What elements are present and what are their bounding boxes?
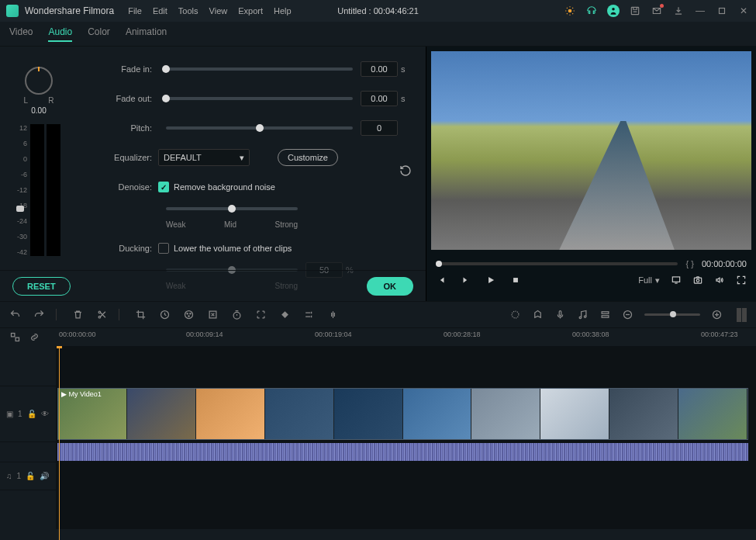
ducking-check-label: Lower the volume of other clips: [174, 244, 292, 253]
ok-button[interactable]: OK: [367, 277, 414, 296]
volume-icon[interactable]: [714, 275, 725, 286]
reset-button[interactable]: RESET: [12, 277, 71, 296]
greenscreen-icon[interactable]: [207, 309, 219, 320]
duration-icon[interactable]: [231, 309, 243, 320]
pitch-value[interactable]: 0: [361, 120, 398, 136]
detect-icon[interactable]: [255, 309, 267, 320]
panel-buttons: RESET OK: [0, 270, 426, 301]
stop-icon[interactable]: [510, 275, 521, 286]
play-icon[interactable]: [485, 275, 496, 286]
ducking-checkbox[interactable]: [158, 243, 169, 254]
support-icon[interactable]: [585, 5, 598, 17]
undo-icon[interactable]: [9, 309, 21, 320]
tab-animation[interactable]: Animation: [126, 26, 167, 42]
adjust-icon[interactable]: [303, 309, 315, 320]
db-numbers: 1260-6-12-18-24-30-42: [17, 124, 27, 256]
fadein-value[interactable]: 0.00: [361, 61, 398, 77]
video-clip[interactable]: ▶ My Video1: [57, 388, 748, 440]
maximize-icon[interactable]: [716, 5, 728, 17]
track-manager-icon[interactable]: [599, 309, 611, 320]
fullscreen-icon[interactable]: [736, 275, 747, 286]
render-icon[interactable]: [509, 309, 521, 320]
step-forward-icon[interactable]: [461, 275, 471, 286]
crop-icon[interactable]: [135, 309, 147, 320]
seek-bar[interactable]: [436, 262, 678, 265]
music-track-icon: ♫: [6, 472, 12, 480]
customize-button[interactable]: Customize: [278, 149, 338, 166]
spare-track[interactable]: [56, 490, 756, 529]
audio-sync-icon[interactable]: [327, 309, 339, 320]
save-icon[interactable]: [629, 5, 641, 17]
speed-icon[interactable]: [159, 309, 171, 320]
messages-icon[interactable]: [651, 5, 663, 17]
redo-icon[interactable]: [33, 309, 57, 320]
pitch-slider[interactable]: [166, 126, 353, 130]
music-track-num: 1: [17, 472, 22, 480]
delete-icon[interactable]: [72, 309, 84, 320]
db-scale: 1260-6-12-18-24-30-42: [17, 124, 60, 256]
quality-select[interactable]: Full▾: [638, 275, 660, 286]
snapshot-icon[interactable]: [692, 275, 703, 286]
select-mode-icon[interactable]: [9, 331, 21, 343]
account-icon[interactable]: [607, 5, 620, 17]
tab-audio[interactable]: Audio: [48, 26, 72, 42]
voiceover-icon[interactable]: [554, 309, 566, 320]
svg-point-9: [98, 316, 101, 318]
menu-edit[interactable]: Edit: [153, 6, 167, 16]
minimize-icon[interactable]: —: [694, 5, 706, 17]
download-icon[interactable]: [672, 5, 685, 17]
svg-rect-4: [513, 278, 518, 282]
zoom-in-icon[interactable]: [711, 309, 723, 320]
music-track[interactable]: [56, 462, 756, 490]
zoom-fit-icon[interactable]: [737, 308, 747, 322]
color-icon[interactable]: [183, 309, 195, 320]
menu-tools[interactable]: Tools: [178, 6, 198, 16]
volume-fader[interactable]: [16, 206, 24, 212]
lock-icon[interactable]: 🔓: [27, 410, 36, 418]
fadein-slider[interactable]: [166, 68, 353, 71]
menu-file[interactable]: File: [128, 6, 142, 16]
close-icon[interactable]: ✕: [737, 5, 750, 17]
marker-icon[interactable]: [532, 309, 544, 320]
ruler-marks[interactable]: 00:00:00:00 00:00:09:14 00:00:19:04 00:0…: [56, 328, 756, 346]
app-name: Wondershare Filmora: [25, 5, 114, 16]
menu-view[interactable]: View: [209, 6, 228, 16]
split-icon[interactable]: [96, 309, 119, 320]
fadeout-value[interactable]: 0.00: [361, 91, 398, 106]
lock-icon[interactable]: 🔓: [26, 472, 35, 480]
link-icon[interactable]: [29, 331, 40, 343]
mute-icon[interactable]: 🔊: [40, 472, 49, 480]
zoom-out-icon[interactable]: [622, 309, 633, 320]
audio-clip[interactable]: [57, 443, 748, 461]
menu-help[interactable]: Help: [274, 6, 292, 16]
svg-point-19: [579, 317, 582, 319]
tips-icon[interactable]: [564, 5, 576, 17]
svg-point-0: [568, 9, 572, 13]
tab-video[interactable]: Video: [9, 26, 33, 42]
svg-rect-5: [672, 277, 679, 282]
eye-icon[interactable]: 👁: [41, 410, 49, 418]
fadeout-slider[interactable]: [166, 97, 353, 100]
pan-knob[interactable]: [25, 67, 53, 95]
equalizer-select[interactable]: DEFAULT▾: [158, 149, 250, 166]
denoise-slider[interactable]: [166, 207, 298, 210]
mixer-icon[interactable]: [577, 309, 589, 320]
attached-audio-track[interactable]: [56, 442, 756, 462]
menu-export[interactable]: Export: [238, 6, 263, 16]
display-icon[interactable]: [671, 275, 682, 286]
audio-panel: LR 0.00 1260-6-12-18-24-30-42 Fade in: 0…: [0, 47, 426, 301]
fadein-label: Fade in:: [91, 64, 152, 74]
svg-rect-2: [631, 7, 638, 14]
denoise-checkbox[interactable]: ✓: [158, 182, 169, 192]
step-back-icon[interactable]: [436, 275, 447, 286]
playhead[interactable]: [59, 346, 60, 540]
reset-section-icon[interactable]: [399, 164, 412, 179]
empty-track[interactable]: [56, 346, 756, 386]
tab-color[interactable]: Color: [88, 26, 110, 42]
video-track[interactable]: ▶ My Video1: [56, 386, 756, 441]
keyframe-icon[interactable]: [279, 309, 291, 320]
zoom-slider[interactable]: [644, 313, 700, 316]
level-meters: [30, 124, 60, 256]
video-preview[interactable]: [431, 51, 751, 250]
svg-point-8: [98, 311, 101, 313]
